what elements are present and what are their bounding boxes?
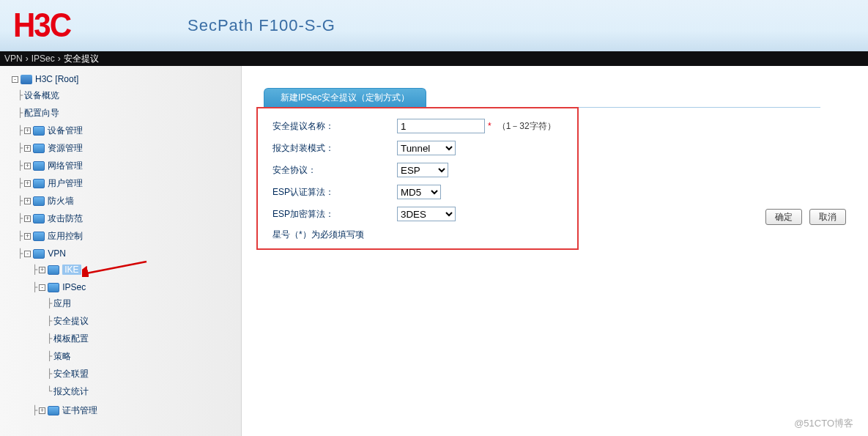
- breadcrumb-current: 安全提议: [64, 53, 99, 65]
- collapse-icon[interactable]: -: [24, 251, 31, 257]
- label-auth: ESP认证算法：: [272, 186, 397, 199]
- expand-icon[interactable]: +: [24, 233, 31, 240]
- select-esp-enc[interactable]: 3DES: [397, 207, 456, 221]
- breadcrumb-vpn[interactable]: VPN: [4, 53, 23, 64]
- label-name: 安全提议名称：: [272, 120, 397, 133]
- expand-icon[interactable]: +: [24, 145, 31, 152]
- expand-icon[interactable]: +: [24, 215, 31, 222]
- hint-name: （1－32字符）: [497, 120, 556, 133]
- breadcrumb-ipsec[interactable]: IPSec: [31, 53, 55, 64]
- form-panel: 安全提议名称： * （1－32字符） 报文封装模式： Tunnel 安全协议： …: [256, 107, 579, 250]
- folder-icon: [48, 406, 59, 415]
- sidebar-item-ipsec-policy[interactable]: ├策略: [44, 349, 241, 363]
- sidebar-item-ipsec-template[interactable]: ├模板配置: [44, 331, 241, 346]
- label-enc: ESP加密算法：: [272, 208, 397, 221]
- collapse-icon[interactable]: -: [12, 76, 18, 83]
- tab-new-proposal[interactable]: 新建IPSec安全提议（定制方式）: [264, 88, 426, 107]
- sidebar-item-ike[interactable]: ├+IKE: [29, 262, 241, 277]
- sidebar-item-firewall[interactable]: ├+防火墙: [15, 193, 241, 208]
- folder-icon: [48, 283, 59, 292]
- folder-icon: [33, 126, 45, 136]
- sidebar-item-vpn[interactable]: ├-VPN: [15, 246, 241, 261]
- folder-icon: [48, 265, 59, 275]
- sidebar-item-res-mgmt[interactable]: ├+资源管理: [15, 141, 241, 155]
- breadcrumb: VPN › IPSec › 安全提议: [0, 51, 868, 66]
- folder-icon: [33, 179, 45, 188]
- collapse-icon[interactable]: -: [39, 284, 45, 291]
- sidebar-item-ipsec-sa[interactable]: ├安全联盟: [44, 366, 241, 381]
- tree-root-label: H3C [Root]: [35, 74, 78, 84]
- sidebar-item-ipsec[interactable]: ├-IPSec: [29, 280, 241, 295]
- required-star: *: [488, 121, 492, 131]
- sidebar-item-dev-mgmt[interactable]: ├+设备管理: [15, 123, 241, 138]
- breadcrumb-sep: ›: [26, 53, 29, 64]
- sidebar-item-wizard[interactable]: ├配置向导: [15, 106, 241, 120]
- logo: H3C: [13, 7, 70, 45]
- folder-icon: [33, 214, 45, 223]
- folder-icon: [33, 249, 45, 259]
- root-icon: [21, 75, 32, 84]
- folder-icon: [33, 161, 45, 171]
- header: H3C SecPath F100-S-G: [0, 0, 868, 51]
- select-protocol[interactable]: ESP: [397, 163, 448, 177]
- cancel-button[interactable]: 取消: [809, 209, 846, 225]
- sidebar-item-ipsec-proposal[interactable]: ├安全提议: [44, 314, 241, 328]
- folder-icon: [33, 196, 45, 206]
- sidebar-item-overview[interactable]: ├设备概览: [15, 88, 241, 103]
- select-encap-mode[interactable]: Tunnel: [397, 141, 456, 155]
- expand-icon[interactable]: +: [24, 163, 31, 169]
- label-proto: 安全协议：: [272, 164, 397, 177]
- watermark: @51CTO博客: [794, 417, 853, 430]
- expand-icon[interactable]: +: [39, 407, 45, 414]
- sidebar-item-net-mgmt[interactable]: ├+网络管理: [15, 158, 241, 173]
- sidebar-item-ipsec-app[interactable]: ├应用: [44, 296, 241, 311]
- folder-icon: [33, 144, 45, 153]
- ok-button[interactable]: 确定: [765, 209, 802, 225]
- content-area: 新建IPSec安全提议（定制方式） 安全提议名称： * （1－32字符） 报文封…: [242, 66, 868, 436]
- input-proposal-name[interactable]: [397, 119, 485, 133]
- folder-icon: [33, 232, 45, 241]
- sidebar-item-user-mgmt[interactable]: ├+用户管理: [15, 176, 241, 191]
- label-encap: 报文封装模式：: [272, 142, 397, 155]
- product-title: SecPath F100-S-G: [188, 16, 335, 35]
- expand-icon[interactable]: +: [24, 180, 31, 187]
- expand-icon[interactable]: +: [24, 128, 31, 134]
- breadcrumb-sep: ›: [58, 53, 61, 64]
- sidebar: -H3C [Root] ├设备概览 ├配置向导 ├+设备管理 ├+资源管理 ├+…: [0, 66, 242, 436]
- sidebar-item-ipsec-stats[interactable]: └报文统计: [44, 384, 241, 399]
- required-note: 星号（*）为必须填写项: [272, 229, 563, 241]
- sidebar-item-attack[interactable]: ├+攻击防范: [15, 211, 241, 226]
- expand-icon[interactable]: +: [24, 198, 31, 204]
- select-esp-auth[interactable]: MD5: [397, 185, 441, 199]
- sidebar-item-cert[interactable]: ├+证书管理: [29, 403, 241, 418]
- tree-root[interactable]: -H3C [Root]: [0, 72, 241, 86]
- expand-icon[interactable]: +: [39, 267, 45, 273]
- sidebar-item-app-ctrl[interactable]: ├+应用控制: [15, 229, 241, 243]
